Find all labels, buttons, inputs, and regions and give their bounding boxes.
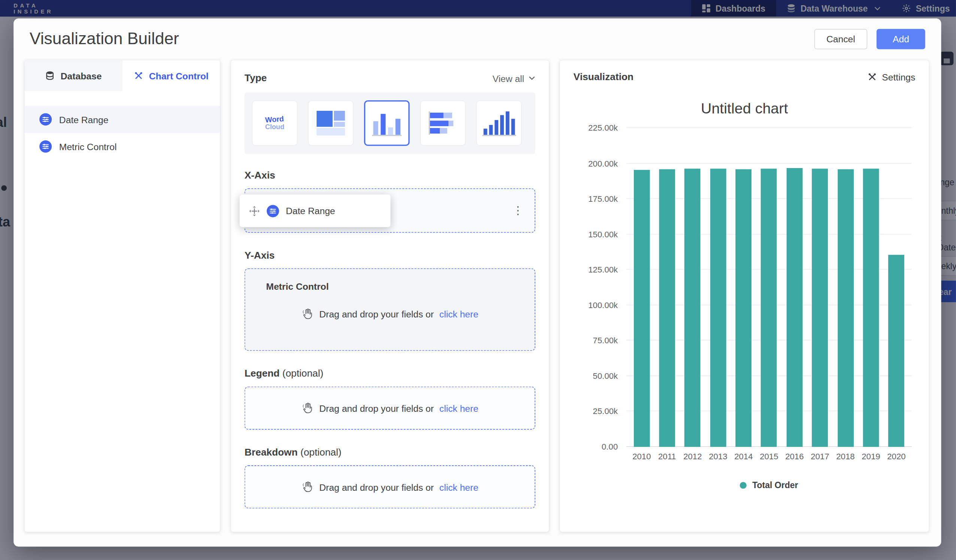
bar-slot	[731, 128, 756, 447]
chart-type-column[interactable]	[476, 100, 522, 146]
x-axis-item-menu-icon[interactable]: ⋮	[511, 204, 525, 217]
chart-type-horizontal-bar[interactable]	[420, 100, 465, 146]
bar-2018	[838, 169, 854, 447]
tab-chart-control-label: Chart Control	[149, 71, 209, 81]
legend-drop-hint: Drag and drop your fields or click here	[302, 402, 478, 414]
field-item-date-range[interactable]: Date Range	[25, 106, 220, 133]
bar-slot	[705, 128, 731, 447]
click-here-link[interactable]: click here	[439, 309, 478, 319]
fields-panel-tabs: Database Chart Control	[25, 60, 220, 91]
tab-database-label: Database	[61, 71, 102, 81]
chart-type-bar-selected[interactable]	[364, 100, 410, 146]
click-here-link[interactable]: click here	[439, 482, 478, 492]
bars-layer	[626, 128, 911, 447]
breakdown-dropzone[interactable]: Drag and drop your fields or click here	[245, 465, 535, 508]
horizontal-bar-icon	[429, 111, 457, 135]
x-tick-label: 2015	[756, 452, 782, 461]
control-field-list: Date Range Metric Control	[25, 91, 220, 160]
click-here-link[interactable]: click here	[439, 403, 478, 413]
sliders-icon	[267, 205, 279, 217]
word-cloud-word-1: Word	[265, 115, 285, 124]
visualization-header: Visualization Settings	[574, 72, 915, 83]
move-icon	[249, 205, 260, 216]
y-axis-control-title: Metric Control	[266, 281, 523, 292]
app-canvas: DATA INSIDER Dashboards Data Warehouse S…	[0, 0, 956, 560]
word-cloud-word-2: Cloud	[265, 123, 284, 131]
chart-settings-button[interactable]: Settings	[867, 72, 915, 82]
chevron-down-icon	[528, 75, 535, 80]
x-tick-label: 2017	[807, 452, 833, 461]
chart-legend[interactable]: Total Order	[626, 480, 911, 490]
bar-2012	[684, 168, 701, 447]
x-tick-label: 2020	[884, 452, 909, 461]
bar-slot	[756, 128, 782, 447]
y-tick-label: 125.00k	[588, 265, 618, 275]
y-axis-drop-hint: Drag and drop your fields or click here	[256, 308, 524, 320]
cancel-button[interactable]: Cancel	[814, 29, 868, 49]
bar-slot	[654, 128, 680, 447]
date-range-drag-chip[interactable]: Date Range	[240, 195, 391, 227]
sliders-icon	[39, 140, 52, 153]
field-item-label: Metric Control	[59, 141, 117, 152]
chart-type-word-cloud[interactable]: Word Cloud	[252, 100, 298, 146]
column-chart-icon	[482, 110, 516, 136]
y-tick-label: 0.00	[602, 442, 618, 452]
modal-body: Database Chart Control Date Range	[14, 55, 941, 546]
y-tick-label: 225.00k	[588, 124, 618, 133]
bar-chart-icon	[372, 110, 402, 136]
bar-slot	[680, 128, 705, 447]
drag-hand-icon	[302, 402, 314, 414]
bar-2016	[786, 168, 802, 447]
x-tick-label: 2010	[629, 452, 654, 461]
x-tick-label: 2019	[858, 452, 884, 461]
bar-2011	[659, 169, 675, 447]
y-tick-label: 50.00k	[593, 371, 618, 381]
builder-panel: Type View all Word Cloud	[231, 60, 549, 532]
visualization-title: Visualization	[574, 72, 634, 83]
chart-area: 0.0025.00k50.00k75.00k100.00k125.00k150.…	[574, 128, 915, 510]
y-tick-label: 175.00k	[588, 194, 618, 204]
x-tick-label: 2013	[705, 452, 731, 461]
field-item-metric-control[interactable]: Metric Control	[25, 133, 220, 160]
bar-slot	[884, 128, 909, 447]
y-tick-label: 200.00k	[588, 159, 618, 168]
type-row: Type View all	[245, 73, 535, 84]
breakdown-optional-text: (optional)	[300, 447, 342, 457]
x-tick-label: 2011	[654, 452, 680, 461]
visualization-panel: Visualization Settings Untitled chart 0.…	[560, 60, 929, 532]
tools-icon	[134, 71, 143, 80]
drop-hint-text: Drag and drop your fields or	[319, 482, 434, 492]
modal-actions: Cancel Add	[814, 29, 925, 49]
chip-label: Date Range	[286, 205, 335, 216]
x-axis-labels: 2010201120122013201420152016201720182019…	[626, 452, 911, 461]
modal-header: Visualization Builder Cancel Add	[14, 18, 941, 55]
bar-2020	[888, 255, 905, 447]
x-axis-dropzone[interactable]: ⠿ Date Range ⋮ Date Range	[245, 188, 535, 232]
bar-slot	[807, 128, 833, 447]
x-tick-label: 2018	[833, 452, 858, 461]
field-item-label: Date Range	[59, 114, 108, 125]
breakdown-drop-hint: Drag and drop your fields or click here	[302, 481, 478, 493]
chart-type-gallery: Word Cloud	[245, 93, 535, 154]
breakdown-label-text: Breakdown	[245, 447, 298, 457]
bar-2015	[761, 169, 777, 447]
bar-slot	[782, 128, 807, 447]
word-cloud-icon: Word Cloud	[265, 116, 284, 130]
bar-slot	[629, 128, 654, 447]
x-tick-label: 2012	[680, 452, 705, 461]
tab-database[interactable]: Database	[25, 60, 123, 91]
screen: DATA INSIDER Dashboards Data Warehouse S…	[0, 0, 956, 560]
view-all-dropdown[interactable]: View all	[493, 73, 535, 83]
tools-icon	[867, 72, 877, 82]
legend-dropzone[interactable]: Drag and drop your fields or click here	[245, 387, 535, 430]
y-axis-labels: 0.0025.00k50.00k75.00k100.00k125.00k150.…	[574, 128, 618, 447]
view-all-label: View all	[493, 73, 524, 83]
add-button[interactable]: Add	[877, 29, 925, 49]
bar-slot	[858, 128, 884, 447]
x-tick-label: 2014	[731, 452, 756, 461]
tab-chart-control[interactable]: Chart Control	[122, 60, 220, 91]
legend-optional-text: (optional)	[283, 368, 324, 378]
chart-plot	[626, 128, 911, 447]
chart-type-treemap[interactable]	[308, 100, 354, 146]
y-axis-dropzone[interactable]: Metric Control Drag and drop your fields…	[245, 268, 535, 351]
